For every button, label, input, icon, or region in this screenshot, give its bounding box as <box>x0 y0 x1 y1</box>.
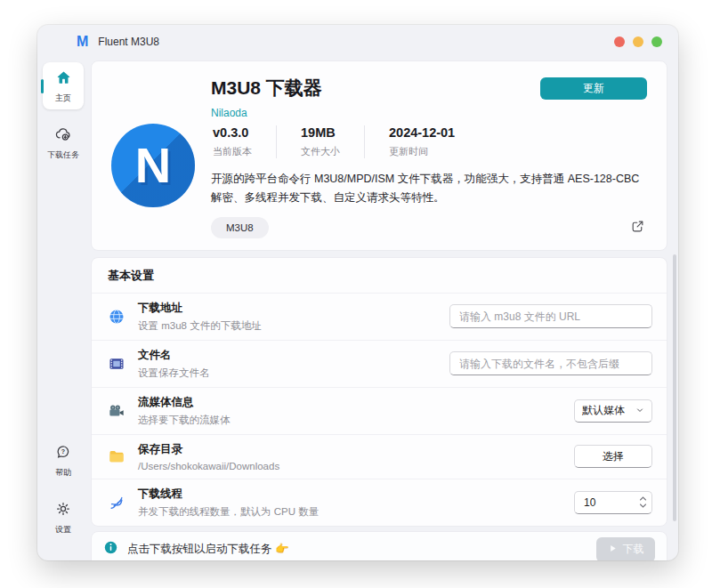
download-button-label: 下载 <box>623 542 644 557</box>
setting-title: 保存目录 <box>138 442 279 457</box>
sidebar: 主页 下载任务 <box>37 59 89 560</box>
app-logo-image: N <box>111 124 195 207</box>
stat-label: 文件大小 <box>301 145 340 158</box>
update-button[interactable]: 更新 <box>540 77 647 100</box>
setting-row-threads: 下载线程 并发下载的线程数量，默认为 CPU 数量 10 <box>92 479 667 526</box>
info-icon <box>103 540 118 559</box>
app-description: 开源的跨平台命令行 M3U8/MPD/ISM 文件下载器，功能强大，支持普通 A… <box>211 170 647 208</box>
setting-title: 文件名 <box>138 348 210 363</box>
stat-value: 2024-12-01 <box>389 125 455 140</box>
setting-subtitle: 设置 m3u8 文件的下载地址 <box>138 319 262 333</box>
setting-subtitle: 设置保存文件名 <box>138 366 210 380</box>
stat-version: v0.3.0 当前版本 <box>211 125 276 158</box>
setting-row-stream: 流媒体信息 选择要下载的流媒体 默认媒体 <box>92 387 667 434</box>
close-button[interactable] <box>614 36 625 47</box>
sidebar-item-help[interactable]: ? 帮助 <box>43 436 84 484</box>
movie-camera-icon <box>106 402 127 420</box>
scrollbar[interactable] <box>673 254 676 521</box>
app-title: Fluent M3U8 <box>98 36 159 48</box>
zoom-button[interactable] <box>651 36 662 47</box>
app-info-card: M3U8 下载器 Nilaoda 更新 N v0.3.0 当前版本 <box>91 60 668 251</box>
cloud-download-icon <box>54 125 72 147</box>
stat-value: 19MB <box>301 125 340 140</box>
version-stats: v0.3.0 当前版本 19MB 文件大小 2024-12-01 更新时间 <box>211 125 647 158</box>
page-title: M3U8 下载器 <box>211 76 322 101</box>
thread-count-stepper[interactable]: 10 <box>574 491 652 514</box>
settings-header: 基本设置 <box>92 258 667 294</box>
filename-input[interactable] <box>449 351 652 375</box>
globe-icon <box>106 308 127 326</box>
media-select-value: 默认媒体 <box>582 403 625 418</box>
stat-value: v0.3.0 <box>213 125 252 140</box>
stepper-chevrons[interactable] <box>639 495 647 509</box>
app-window: M Fluent M3U8 主页 <box>37 25 678 560</box>
stat-label: 更新时间 <box>389 145 455 158</box>
setting-row-filename: 文件名 设置保存文件名 <box>92 340 667 387</box>
url-input[interactable] <box>449 304 652 328</box>
minimize-button[interactable] <box>633 36 643 47</box>
share-button[interactable] <box>628 217 647 238</box>
play-icon <box>608 544 618 556</box>
tag-m3u8: M3U8 <box>211 217 269 238</box>
home-icon <box>55 69 72 90</box>
share-icon <box>630 223 645 237</box>
settings-card: 基本设置 下载地址 设置 m3u8 文件的下载地址 <box>91 257 668 527</box>
setting-title: 流媒体信息 <box>138 395 231 410</box>
titlebar: M Fluent M3U8 <box>37 25 678 59</box>
chevron-down-icon <box>635 405 644 417</box>
stat-updated: 2024-12-01 更新时间 <box>364 125 479 158</box>
main-content: M3U8 下载器 Nilaoda 更新 N v0.3.0 当前版本 <box>89 59 678 560</box>
setting-subtitle: /Users/shokokawaii/Downloads <box>138 461 279 471</box>
folder-icon <box>106 447 127 465</box>
sidebar-item-label: 下载任务 <box>47 149 79 161</box>
setting-subtitle: 选择要下载的流媒体 <box>138 414 231 427</box>
thread-icon <box>106 494 127 511</box>
choose-directory-button[interactable]: 选择 <box>574 445 652 468</box>
sidebar-item-settings[interactable]: 设置 <box>43 493 84 541</box>
app-logo-icon: M <box>77 35 88 49</box>
setting-subtitle: 并发下载的线程数量，默认为 CPU 数量 <box>138 505 319 519</box>
svg-text:?: ? <box>61 448 65 455</box>
setting-row-url: 下载地址 设置 m3u8 文件的下载地址 <box>92 294 667 340</box>
sidebar-item-label: 帮助 <box>55 467 71 479</box>
traffic-lights <box>614 36 662 47</box>
media-select[interactable]: 默认媒体 <box>574 399 652 423</box>
gear-icon <box>54 500 72 521</box>
sidebar-item-label: 设置 <box>55 524 71 536</box>
setting-row-savedir: 保存目录 /Users/shokokawaii/Downloads 选择 <box>92 434 667 479</box>
sidebar-item-download-tasks[interactable]: 下载任务 <box>43 118 84 166</box>
download-button[interactable]: 下载 <box>596 537 655 561</box>
help-bubble-icon: ? <box>54 443 72 464</box>
setting-title: 下载线程 <box>138 487 319 502</box>
sidebar-item-home[interactable]: 主页 <box>43 62 84 109</box>
sidebar-item-label: 主页 <box>55 93 71 104</box>
download-bar: 点击下载按钮以启动下载任务 👉 下载 <box>91 531 668 561</box>
stat-size: 19MB 文件大小 <box>276 125 364 158</box>
thread-count-value: 10 <box>584 496 595 509</box>
download-hint: 点击下载按钮以启动下载任务 👉 <box>127 542 289 557</box>
setting-title: 下载地址 <box>138 301 262 316</box>
film-icon <box>106 355 127 373</box>
logo-letter: N <box>135 141 171 190</box>
author-link[interactable]: Nilaoda <box>211 107 322 119</box>
stat-label: 当前版本 <box>213 145 252 158</box>
